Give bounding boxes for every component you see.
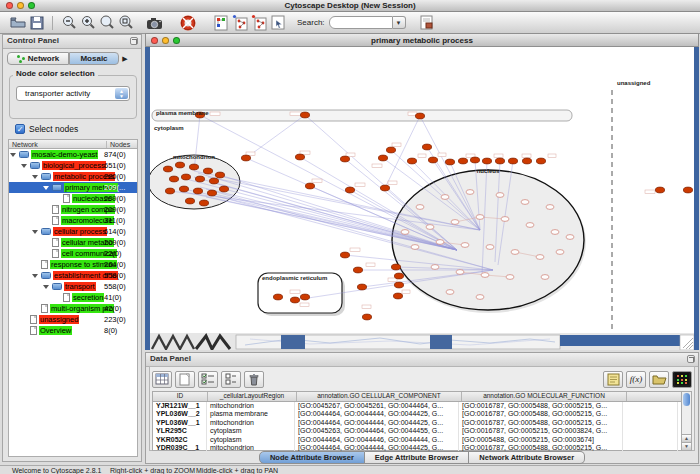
nucleus-node[interactable] — [401, 230, 409, 235]
network-node[interactable] — [536, 158, 545, 164]
network-node[interactable] — [181, 174, 190, 180]
nucleus-node[interactable] — [551, 230, 559, 235]
nucleus-node[interactable] — [496, 193, 504, 198]
network-node[interactable] — [458, 158, 467, 164]
network-node[interactable] — [209, 178, 218, 184]
nucleus-node[interactable] — [451, 220, 459, 225]
network-node[interactable] — [163, 166, 172, 172]
vizmapper-icon[interactable] — [211, 14, 230, 32]
disclosure-triangle-icon[interactable] — [21, 164, 27, 168]
tab-network-attribute-browser[interactable]: Network Attribute Browser — [469, 451, 585, 464]
network-node[interactable] — [378, 155, 387, 161]
tree-item[interactable]: nucleobase-209(0) — [9, 193, 137, 204]
tree-item[interactable]: cellular process614(0) — [9, 226, 137, 237]
network-node[interactable] — [340, 252, 349, 258]
table-row[interactable]: YKR052Ccytoplasm[GO:0044464, GO:0044446,… — [153, 436, 687, 444]
tree-item[interactable]: establishment of lo558(0) — [9, 270, 137, 281]
network-node[interactable] — [470, 157, 479, 163]
nucleus-node[interactable] — [536, 255, 544, 260]
new-attribute-icon[interactable] — [175, 371, 195, 388]
select-nodes-checkbox[interactable]: ✓ — [15, 124, 25, 134]
network-node[interactable] — [683, 187, 692, 193]
nucleus-node[interactable] — [526, 223, 534, 228]
tab-node-attribute-browser[interactable]: Node Attribute Browser — [259, 451, 365, 464]
tab-edge-attribute-browser[interactable]: Edge Attribute Browser — [365, 451, 469, 464]
network-node[interactable] — [394, 273, 403, 279]
save-session-icon[interactable] — [27, 14, 46, 32]
nucleus-node[interactable] — [416, 205, 424, 210]
network-node[interactable] — [189, 164, 198, 170]
attribute-table-icon[interactable] — [152, 371, 172, 388]
column-header[interactable] — [627, 392, 683, 401]
tree-item[interactable]: response to stimulu264(0) — [9, 259, 137, 270]
network-node[interactable] — [340, 156, 349, 162]
table-row[interactable]: YPL036W__1mitochondrion[GO:0044464, GO:0… — [153, 419, 687, 427]
nucleus-node[interactable] — [461, 243, 469, 248]
disclosure-triangle-icon[interactable] — [32, 274, 38, 278]
nucleus-node[interactable] — [541, 275, 549, 280]
network-node[interactable] — [394, 282, 403, 288]
nucleus-node[interactable] — [436, 240, 444, 245]
nucleus-node[interactable] — [411, 245, 419, 250]
tree-item[interactable]: nitrogen compo209(0) — [9, 204, 137, 215]
network-node[interactable] — [428, 157, 437, 163]
help-lifering-icon[interactable] — [178, 14, 197, 32]
tree-item[interactable]: unassigned223(0) — [9, 314, 137, 325]
network-node[interactable] — [386, 147, 395, 153]
network-node[interactable] — [193, 188, 202, 194]
tab-mosaic[interactable]: Mosaic — [69, 52, 119, 65]
network-node[interactable] — [357, 284, 366, 290]
network-node[interactable] — [165, 188, 174, 194]
search-dropdown-arrow[interactable]: ▼ — [393, 16, 406, 29]
network-node[interactable] — [391, 264, 400, 270]
nucleus-node[interactable] — [426, 225, 434, 230]
zoom-fit-icon[interactable] — [116, 14, 135, 32]
network-node[interactable] — [393, 293, 402, 299]
network-node[interactable] — [219, 186, 228, 192]
network-node[interactable] — [305, 183, 314, 189]
network-node[interactable] — [300, 112, 309, 118]
disclosure-triangle-icon[interactable] — [43, 285, 49, 289]
network-node[interactable] — [195, 176, 204, 182]
column-header[interactable]: annotation.GO CELLULAR_COMPONENT — [297, 392, 462, 401]
tree-item[interactable]: metabolic process280(0) — [9, 171, 137, 182]
import-attributes-icon[interactable] — [649, 371, 669, 388]
nucleus-node[interactable] — [566, 235, 574, 240]
tree-item[interactable]: biological_process651(0) — [9, 160, 137, 171]
delete-attribute-icon[interactable] — [244, 371, 264, 388]
table-scrollbar[interactable]: ▲ ▼ — [681, 391, 692, 451]
search-config-icon[interactable] — [418, 14, 437, 32]
network-node[interactable] — [655, 187, 664, 193]
network-node[interactable] — [522, 158, 531, 164]
network-node[interactable] — [169, 176, 178, 182]
nucleus-node[interactable] — [466, 190, 474, 195]
nucleus-node[interactable] — [476, 215, 484, 220]
disclosure-triangle-icon[interactable] — [32, 230, 38, 234]
tree-item[interactable]: primary metabo209(... — [9, 182, 137, 193]
disclosure-triangle-icon[interactable] — [32, 175, 38, 179]
network-node[interactable] — [482, 158, 491, 164]
network-node[interactable] — [445, 159, 454, 165]
network-node[interactable] — [241, 155, 250, 161]
nucleus-node[interactable] — [441, 195, 449, 200]
nucleus-node[interactable] — [431, 265, 439, 270]
zoom-out-icon[interactable] — [59, 14, 78, 32]
select-attributes-icon[interactable] — [198, 371, 218, 388]
undock-icon[interactable] — [130, 37, 138, 45]
network-node[interactable] — [199, 200, 208, 206]
network-node[interactable] — [300, 294, 309, 300]
network-overlay-icon-1[interactable] — [230, 14, 249, 32]
column-header[interactable]: ID — [153, 392, 208, 401]
scrollbar-thumb[interactable] — [683, 393, 690, 406]
snapshot-icon[interactable] — [145, 14, 164, 32]
network-node[interactable] — [207, 190, 216, 196]
tree-item[interactable]: cellular metabo209(0) — [9, 237, 137, 248]
nucleus-node[interactable] — [511, 250, 519, 255]
network-node[interactable] — [353, 267, 362, 273]
network-node[interactable] — [508, 158, 517, 164]
nucleus-node[interactable] — [446, 290, 454, 295]
nucleus-node[interactable] — [476, 295, 484, 300]
zoom-selected-icon[interactable] — [97, 14, 116, 32]
tree-item[interactable]: mosaic-demo-yeast874(0) — [9, 149, 137, 160]
column-header[interactable]: _cellularLayoutRegion — [208, 392, 297, 401]
